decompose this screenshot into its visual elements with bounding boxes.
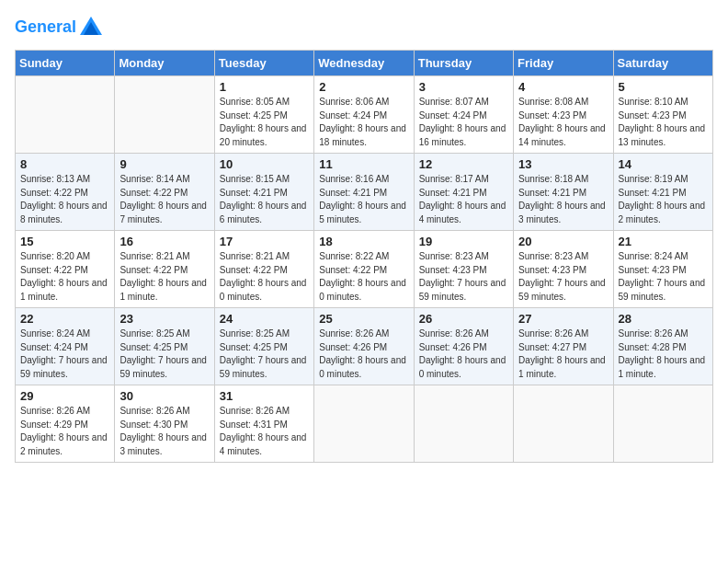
cell-w2-d1: 8Sunrise: 8:13 AMSunset: 4:22 PMDaylight… xyxy=(16,154,115,231)
logo-text: General xyxy=(15,15,104,40)
cell-w3-d6: 20Sunrise: 8:23 AMSunset: 4:23 PMDayligh… xyxy=(514,231,613,308)
cell-w4-d3: 24Sunrise: 8:25 AMSunset: 4:25 PMDayligh… xyxy=(214,308,313,385)
header-wednesday: Wednesday xyxy=(314,51,414,76)
cell-w1-d7: 5Sunrise: 8:10 AMSunset: 4:23 PMDaylight… xyxy=(613,76,712,154)
header-friday: Friday xyxy=(514,51,613,76)
cell-w2-d6: 13Sunrise: 8:18 AMSunset: 4:21 PMDayligh… xyxy=(514,154,613,231)
cell-w3-d2: 16Sunrise: 8:21 AMSunset: 4:22 PMDayligh… xyxy=(115,231,214,308)
cell-w5-d2: 30Sunrise: 8:26 AMSunset: 4:30 PMDayligh… xyxy=(115,385,214,463)
cell-w3-d7: 21Sunrise: 8:24 AMSunset: 4:23 PMDayligh… xyxy=(613,231,712,308)
cell-w5-d1: 29Sunrise: 8:26 AMSunset: 4:29 PMDayligh… xyxy=(16,385,115,463)
cell-w2-d7: 14Sunrise: 8:19 AMSunset: 4:21 PMDayligh… xyxy=(613,154,712,231)
cell-w4-d7: 28Sunrise: 8:26 AMSunset: 4:28 PMDayligh… xyxy=(613,308,712,385)
cell-w1-d2 xyxy=(115,76,214,154)
week-row-4: 22Sunrise: 8:24 AMSunset: 4:24 PMDayligh… xyxy=(16,308,713,385)
cell-w4-d6: 27Sunrise: 8:26 AMSunset: 4:27 PMDayligh… xyxy=(514,308,613,385)
week-row-3: 15Sunrise: 8:20 AMSunset: 4:22 PMDayligh… xyxy=(16,231,713,308)
header-sunday: Sunday xyxy=(16,51,115,76)
cell-w1-d3: 1Sunrise: 8:05 AMSunset: 4:25 PMDaylight… xyxy=(214,76,313,154)
header-thursday: Thursday xyxy=(414,51,513,76)
calendar-header-row: SundayMondayTuesdayWednesdayThursdayFrid… xyxy=(16,51,713,76)
cell-w5-d5 xyxy=(414,385,513,463)
cell-w5-d7 xyxy=(613,385,712,463)
cell-w5-d6 xyxy=(514,385,613,463)
cell-w4-d5: 26Sunrise: 8:26 AMSunset: 4:26 PMDayligh… xyxy=(414,308,513,385)
header-monday: Monday xyxy=(115,51,214,76)
cell-w5-d4 xyxy=(314,385,414,463)
cell-w2-d3: 10Sunrise: 8:15 AMSunset: 4:21 PMDayligh… xyxy=(214,154,313,231)
cell-w4-d2: 23Sunrise: 8:25 AMSunset: 4:25 PMDayligh… xyxy=(115,308,214,385)
cell-w1-d6: 4Sunrise: 8:08 AMSunset: 4:23 PMDaylight… xyxy=(514,76,613,154)
week-row-1: 1Sunrise: 8:05 AMSunset: 4:25 PMDaylight… xyxy=(16,76,713,154)
cell-w3-d1: 15Sunrise: 8:20 AMSunset: 4:22 PMDayligh… xyxy=(16,231,115,308)
cell-w5-d3: 31Sunrise: 8:26 AMSunset: 4:31 PMDayligh… xyxy=(214,385,313,463)
calendar-table: SundayMondayTuesdayWednesdayThursdayFrid… xyxy=(15,50,713,463)
header-tuesday: Tuesday xyxy=(214,51,313,76)
week-row-2: 8Sunrise: 8:13 AMSunset: 4:22 PMDaylight… xyxy=(16,154,713,231)
logo-general: General xyxy=(15,17,76,36)
cell-w2-d4: 11Sunrise: 8:16 AMSunset: 4:21 PMDayligh… xyxy=(314,154,414,231)
cell-w1-d4: 2Sunrise: 8:06 AMSunset: 4:24 PMDaylight… xyxy=(314,76,414,154)
week-row-5: 29Sunrise: 8:26 AMSunset: 4:29 PMDayligh… xyxy=(16,385,713,463)
page-header: General xyxy=(15,15,713,40)
cell-w4-d1: 22Sunrise: 8:24 AMSunset: 4:24 PMDayligh… xyxy=(16,308,115,385)
cell-w4-d4: 25Sunrise: 8:26 AMSunset: 4:26 PMDayligh… xyxy=(314,308,414,385)
header-saturday: Saturday xyxy=(613,51,712,76)
cell-w2-d5: 12Sunrise: 8:17 AMSunset: 4:21 PMDayligh… xyxy=(414,154,513,231)
cell-w3-d3: 17Sunrise: 8:21 AMSunset: 4:22 PMDayligh… xyxy=(214,231,313,308)
cell-w1-d1 xyxy=(16,76,115,154)
cell-w3-d5: 19Sunrise: 8:23 AMSunset: 4:23 PMDayligh… xyxy=(414,231,513,308)
cell-w2-d2: 9Sunrise: 8:14 AMSunset: 4:22 PMDaylight… xyxy=(115,154,214,231)
logo: General xyxy=(15,15,104,40)
cell-w1-d5: 3Sunrise: 8:07 AMSunset: 4:24 PMDaylight… xyxy=(414,76,513,154)
cell-w3-d4: 18Sunrise: 8:22 AMSunset: 4:22 PMDayligh… xyxy=(314,231,414,308)
